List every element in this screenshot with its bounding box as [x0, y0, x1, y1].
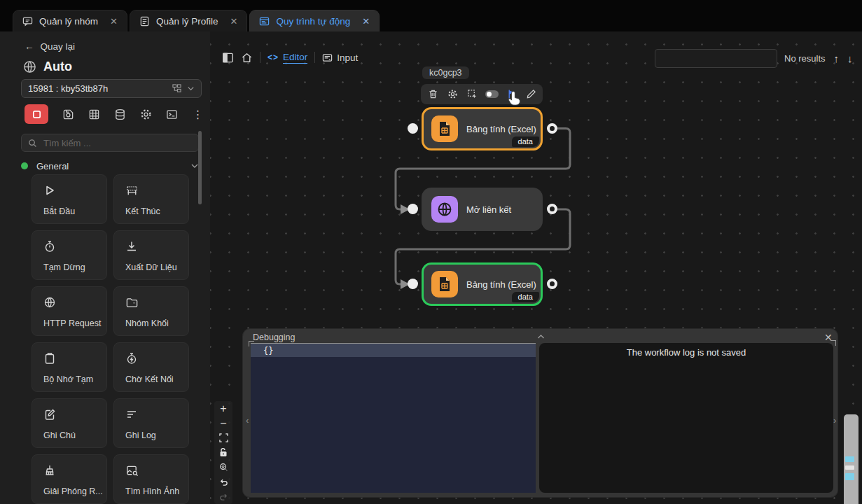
document-icon	[139, 16, 150, 27]
tab-group-management[interactable]: Quản lý nhóm ✕	[13, 10, 127, 31]
app-window: Quản lý nhóm ✕ Quản lý Profile ✕ Quy trì…	[0, 0, 862, 504]
run-from-here-button[interactable]	[503, 87, 519, 102]
layout-grid-icon	[172, 84, 181, 93]
node-open-link[interactable]: Mở liên kết	[422, 188, 543, 231]
blocks-palette-button[interactable]	[25, 104, 48, 124]
workflow-window-icon	[259, 16, 270, 27]
palette-card-release-resources[interactable]: Giải Phóng R...	[32, 454, 107, 504]
close-icon[interactable]: ✕	[110, 17, 118, 26]
input-view-tab[interactable]: Input	[322, 52, 358, 63]
zoom-out-button[interactable]: −	[214, 416, 232, 430]
section-general[interactable]: General	[21, 160, 199, 172]
find-results-label: No results	[784, 53, 826, 64]
find-input[interactable]	[655, 50, 777, 67]
workflow-title-row: Auto	[23, 59, 72, 74]
debug-json-editor[interactable]: {}	[251, 343, 536, 493]
expand-right-icon[interactable]: ›	[833, 415, 836, 426]
toggle-sidebar-button[interactable]	[222, 52, 234, 64]
zoom-in-button[interactable]: +	[214, 401, 232, 416]
sidebar-toolbar: ⋮	[25, 104, 211, 124]
undo-button[interactable]	[214, 475, 232, 489]
workflow-canvas[interactable]: <> Editor Input	[210, 31, 862, 504]
delete-node-button[interactable]	[425, 87, 440, 102]
workflow-log-pane: The workflow log is not saved	[539, 343, 833, 493]
clipboard-icon	[43, 352, 56, 365]
debug-panel-title: Debugging	[253, 332, 295, 342]
arrow-up-icon[interactable]: ↑	[834, 52, 840, 64]
input-panel-icon	[322, 52, 333, 63]
redo-button[interactable]	[214, 489, 232, 504]
palette-card-wait-connection[interactable]: Chờ Kết Nối	[113, 342, 189, 392]
node-id-tag: kc0gcp3	[422, 66, 469, 79]
terminal-button[interactable]	[159, 104, 185, 124]
tab-label: Quy trình tự động	[276, 16, 350, 27]
debug-panel: Debugging ✕ {} The workflow log is not s…	[243, 329, 837, 497]
palette-card-pause[interactable]: Tạm Dừng	[32, 230, 107, 280]
profile-select-value: 15981 : kby53tb87h	[28, 83, 167, 94]
tab-automation-workflow[interactable]: Quy trình tự động ✕	[249, 10, 380, 31]
fit-view-button[interactable]	[214, 430, 232, 445]
back-button[interactable]: ← Quay lại	[25, 41, 75, 52]
output-port[interactable]	[547, 279, 557, 289]
edit-node-button[interactable]	[523, 87, 538, 102]
palette-card-export[interactable]: Xuất Dữ Liệu	[113, 230, 189, 280]
chat-icon	[22, 16, 33, 27]
output-port[interactable]	[547, 123, 557, 134]
zoom-select-button[interactable]	[214, 460, 232, 475]
palette-card-note[interactable]: Ghi Chú	[32, 398, 107, 448]
back-label: Quay lại	[41, 41, 76, 52]
node-spreadsheet-excel-2[interactable]: Bảng tính (Excel) data	[422, 262, 543, 306]
toggle-node-switch[interactable]	[484, 87, 499, 102]
expand-left-icon[interactable]: ‹	[246, 415, 249, 426]
node-toolbar	[421, 84, 543, 104]
editor-current-line: {}	[251, 344, 536, 357]
palette-card-log[interactable]: Ghi Log	[113, 398, 189, 448]
palette-card-http-request[interactable]: HTTP Request	[32, 286, 107, 336]
sidebar-search-input[interactable]	[42, 137, 192, 149]
input-port[interactable]	[408, 204, 418, 214]
tab-label: Quản lý nhóm	[39, 16, 98, 27]
editor-view-tab[interactable]: <> Editor	[267, 52, 307, 64]
output-port[interactable]	[547, 204, 557, 214]
close-icon[interactable]: ✕	[362, 17, 370, 26]
main-area: ← Quay lại Auto 15981 : kby53tb87h	[0, 31, 862, 504]
save-snapshot-button[interactable]	[55, 104, 81, 124]
select-area-button[interactable]	[464, 87, 480, 102]
palette-card-clipboard[interactable]: Bộ Nhớ Tạm	[32, 342, 107, 392]
node-title: Mở liên kết	[466, 204, 511, 215]
log-lines-icon	[125, 408, 138, 421]
overflow-menu-button[interactable]: ⋮	[185, 104, 211, 124]
node-data-badge: data	[512, 136, 539, 147]
palette-card-find-image[interactable]: Tìm Hình Ảnh	[113, 454, 189, 504]
sidebar-scrollbar[interactable]	[198, 131, 202, 204]
palette-card-group[interactable]: Nhóm Khối	[113, 286, 189, 336]
close-icon[interactable]: ✕	[230, 17, 238, 26]
settings-gear-button[interactable]	[133, 104, 159, 124]
vertical-scrollbar[interactable]	[844, 414, 858, 504]
toolbar-divider	[260, 52, 260, 63]
input-port[interactable]	[408, 279, 418, 289]
sidebar-search	[21, 134, 199, 152]
database-button[interactable]	[107, 104, 133, 124]
arrow-left-icon: ←	[25, 41, 34, 52]
home-button[interactable]	[241, 52, 253, 64]
scrollbar-mark	[845, 456, 854, 462]
arrow-down-icon[interactable]: ↓	[847, 52, 853, 64]
palette-card-end[interactable]: Kết Thúc	[113, 174, 189, 224]
section-label: General	[36, 161, 69, 172]
collapse-panel-icon[interactable]	[537, 334, 545, 340]
lock-button[interactable]	[214, 445, 232, 460]
toggle-icon	[485, 90, 499, 98]
input-port[interactable]	[408, 123, 418, 134]
note-edit-icon	[43, 408, 56, 421]
profile-select[interactable]: 15981 : kby53tb87h	[21, 79, 202, 98]
spreadsheet-icon	[431, 115, 458, 142]
node-data-badge: data	[512, 292, 539, 302]
tab-label: Quản lý Profile	[156, 16, 218, 27]
node-spreadsheet-excel-1[interactable]: Bảng tính (Excel) data	[422, 107, 543, 150]
node-settings-button[interactable]	[445, 87, 460, 102]
tab-profile-management[interactable]: Quản lý Profile ✕	[130, 10, 247, 31]
palette-card-start[interactable]: Bắt Đầu	[32, 174, 107, 224]
table-button[interactable]	[81, 104, 107, 124]
search-icon	[28, 139, 37, 148]
